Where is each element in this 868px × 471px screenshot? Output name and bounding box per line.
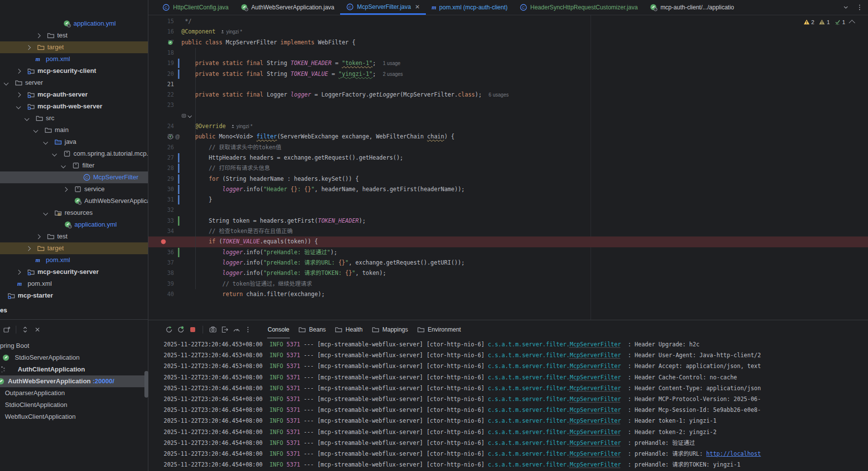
tree-item-filter[interactable]: filter [0, 160, 148, 171]
tree-item-target[interactable]: target [0, 41, 148, 53]
tree-item-mcp-security-server[interactable]: mcp-security-server [0, 266, 148, 278]
log-logger-class-link[interactable]: McpServerFilter [570, 439, 621, 446]
chevron-expanded-icon[interactable] [43, 140, 48, 145]
tree-item-application-yml[interactable]: application.yml [0, 219, 148, 231]
line-number[interactable]: 40 [148, 289, 174, 300]
tab-options-kebab-icon[interactable] [856, 4, 863, 11]
tree-item-mcpserverfilter[interactable]: CMcpServerFilter [0, 171, 148, 183]
run-config-webfluxclientapplication[interactable]: WebfluxClientApplication [0, 411, 148, 423]
tree-item-mcp-auth-server[interactable]: mcp-auth-server [0, 89, 148, 101]
chevron-collapsed-icon[interactable] [26, 246, 31, 251]
chevron-expanded-icon[interactable] [16, 104, 21, 109]
tree-item-java[interactable]: java [0, 136, 148, 148]
log-logger-class-link[interactable]: McpServerFilter [570, 429, 621, 436]
run-config-stdioclientapplication[interactable]: StdioClientApplication [0, 399, 148, 411]
tree-item-resources[interactable]: resources [0, 207, 148, 219]
tab-mcpserverfilter-java[interactable]: CMcpServerFilter.java✕ [340, 0, 425, 15]
usages-hint[interactable]: 6 usages [488, 92, 509, 98]
line-number[interactable]: 15 [148, 16, 174, 27]
tree-item-mcp-starter[interactable]: mcp-starter [0, 290, 148, 302]
warning-count[interactable]: 2 [803, 19, 814, 25]
more-options-kebab-icon[interactable] [244, 326, 251, 333]
log-logger-class-link[interactable]: McpServerFilter [570, 450, 621, 457]
chevron-collapsed-icon[interactable] [36, 34, 41, 38]
tree-item-pom-xml[interactable]: mpom.xml [0, 278, 148, 290]
log-logger-class-link[interactable]: McpServerFilter [570, 417, 621, 424]
tree-item-target[interactable]: target [0, 242, 148, 254]
scrollbar-thumb[interactable] [144, 371, 148, 398]
line-number[interactable]: 16 [148, 27, 174, 37]
line-number[interactable]: 22 [148, 90, 174, 100]
tree-item-mcp-auth-web-server[interactable]: mcp-auth-web-server [0, 101, 148, 112]
log-logger-class-link[interactable]: McpServerFilter [570, 396, 621, 403]
usages-hint[interactable]: 2 usages [383, 71, 403, 77]
tree-item-src[interactable]: src [0, 112, 148, 124]
collapse-all-icon[interactable] [34, 326, 41, 333]
code-author-inlay[interactable]: yingzi * [231, 124, 252, 129]
weak-warning-count[interactable]: 1 [819, 19, 830, 25]
vcs-change-bar[interactable] [178, 59, 179, 68]
close-tab-icon[interactable]: ✕ [415, 3, 420, 10]
chevron-collapsed-icon[interactable] [63, 187, 68, 192]
log-logger-class-link[interactable]: McpServerFilter [570, 385, 621, 392]
rerun-debug-icon[interactable] [177, 326, 185, 334]
code-vision-inlay[interactable] [181, 111, 191, 121]
run-config-pring-boot[interactable]: pring Boot [0, 340, 148, 352]
tree-item-service[interactable]: service [0, 183, 148, 195]
line-number[interactable]: 28 [148, 163, 174, 173]
tree-item-test[interactable]: test [0, 231, 148, 242]
chevron-expanded-icon[interactable] [52, 152, 57, 157]
tree-item-test[interactable]: test [0, 30, 148, 41]
run-config-stdioserverapplication[interactable]: StdioServerApplication [0, 352, 148, 364]
code-editor[interactable]: 15 */16@Component yingzi *17public class… [148, 15, 868, 320]
tab-pom-xml-mcp-auth-client-[interactable]: mpom.xml (mcp-auth-client) [426, 0, 514, 15]
overriding-method-gutter-icon[interactable] [167, 133, 174, 140]
line-number[interactable]: 24 [148, 121, 174, 132]
tab-beans[interactable]: Beans [294, 320, 330, 338]
line-number[interactable]: 23 [148, 100, 174, 110]
line-number[interactable]: 37 [148, 258, 174, 268]
chevron-expanded-icon[interactable] [34, 128, 38, 133]
rerun-icon[interactable] [165, 326, 173, 334]
log-logger-class-link[interactable]: McpServerFilter [570, 352, 621, 359]
vcs-change-bar[interactable] [178, 248, 179, 257]
tab-headersynchttprequestcustomizer-java[interactable]: CHeaderSyncHttpRequestCustomizer.java [514, 0, 644, 15]
vcs-change-bar[interactable] [178, 69, 179, 79]
hidden-tabs-chevron-icon[interactable] [842, 4, 849, 11]
log-logger-class-link[interactable]: McpServerFilter [570, 406, 621, 413]
line-number[interactable]: 26 [148, 142, 174, 153]
tab-mappings[interactable]: Mappings [367, 320, 413, 338]
line-number[interactable]: 36 [148, 247, 174, 258]
run-config-outparserapplication[interactable]: OutparserApplication [0, 387, 148, 399]
tree-item-mcp-security-client[interactable]: mcp-security-client [0, 65, 148, 77]
navigate-icon[interactable] [21, 326, 29, 334]
line-number[interactable]: 21 [148, 79, 174, 90]
thread-dump-icon[interactable] [209, 326, 217, 334]
run-config-port-link[interactable]: :20000/ [91, 377, 114, 385]
line-number[interactable]: 34 [148, 226, 174, 236]
tree-item-pom-xml[interactable]: mpom.xml [0, 254, 148, 266]
tab-environment[interactable]: Environment [413, 320, 465, 338]
line-number[interactable]: 20 [148, 69, 174, 79]
chevron-collapsed-icon[interactable] [16, 93, 21, 98]
chevron-collapsed-icon[interactable] [16, 69, 21, 74]
chevron-up-icon[interactable] [849, 20, 855, 26]
tab-console[interactable]: Console [263, 320, 294, 338]
tree-item-com-spring-ai-tutorial-mcp-serv[interactable]: com.spring.ai.tutorial.mcp.serv [0, 148, 148, 160]
log-logger-class-link[interactable]: McpServerFilter [570, 363, 621, 370]
chevron-collapsed-icon[interactable] [16, 270, 21, 275]
chevron-collapsed-icon[interactable] [36, 235, 41, 239]
exit-icon[interactable] [221, 326, 229, 334]
log-logger-class-link[interactable]: McpServerFilter [570, 341, 621, 348]
chevron-expanded-icon[interactable] [43, 211, 48, 216]
breakpoint-icon[interactable] [160, 238, 167, 245]
tab-authwebserverapplication-java[interactable]: AuthWebServerApplication.java [235, 0, 341, 15]
url-link[interactable]: http://localhost [706, 450, 761, 457]
line-number[interactable]: 27 [148, 153, 174, 163]
run-config-authwebserverapplication[interactable]: AuthWebServerApplication :20000/ [0, 375, 148, 387]
chevron-expanded-icon[interactable] [61, 164, 66, 168]
vcs-change-bar[interactable] [178, 195, 179, 204]
line-number[interactable]: 33 [148, 216, 174, 226]
spring-bean-gutter-icon[interactable] [167, 39, 174, 46]
inspection-widget[interactable]: 2 1 1 [803, 19, 854, 25]
